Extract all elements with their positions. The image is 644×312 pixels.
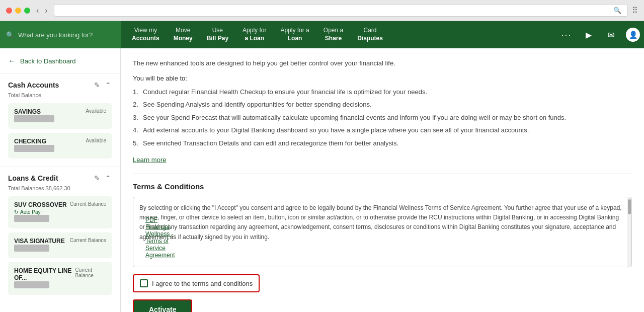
checking-label: CHECKING — [14, 138, 46, 145]
visa-loan-item[interactable]: VISA SIGNATURE Current Balance — [8, 232, 112, 258]
nav-accounts-top: View my — [134, 27, 157, 35]
list-item: See Spending Analysis and identify oppor… — [133, 100, 632, 110]
nav-billpay-bottom: Bill Pay — [207, 35, 228, 43]
suv-autopay: ↻ Auto Pay — [14, 209, 106, 215]
cash-section-title: Cash Accounts — [8, 81, 59, 89]
nav-loan1-top: Apply for — [243, 27, 266, 35]
search-icon: 🔍 — [6, 31, 14, 39]
search-box[interactable]: 🔍 — [0, 21, 121, 48]
sidebar: ← Back to Dashboard Cash Accounts ✎ ⌃ To… — [0, 48, 121, 312]
app-header: 🔍 View my Accounts Move Money Use Bill P… — [0, 21, 644, 48]
checking-card-header: CHECKING Available — [14, 138, 106, 145]
nav-billpay-top: Use — [212, 27, 223, 35]
nav-money-bottom: Money — [174, 35, 193, 43]
savings-card-header: SAVINGS Available — [14, 108, 106, 115]
nav-loan2-top: Apply for a — [280, 27, 309, 35]
nav-item-loan1[interactable]: Apply for a Loan — [235, 21, 273, 48]
browser-chrome: ‹ › 🔍 ⠿ — [0, 0, 644, 21]
nav-accounts-bottom: Accounts — [132, 35, 159, 43]
mail-icon: ✉ — [608, 30, 614, 40]
cash-section-actions: ✎ ⌃ — [93, 80, 112, 90]
heloc-balance-label: Current Balance — [75, 267, 106, 281]
user-button[interactable]: 👤 — [622, 21, 644, 48]
nav-money-top: Move — [176, 27, 190, 35]
nav-item-accounts[interactable]: View my Accounts — [125, 21, 167, 48]
autopay-label: Auto Pay — [20, 209, 41, 215]
traffic-light-red[interactable] — [6, 8, 12, 14]
browser-back-button[interactable]: ‹ — [34, 5, 41, 16]
nav-item-share[interactable]: Open a Share — [316, 21, 350, 48]
terms-pdf-link[interactable]: PDF Financial Wellness - Terms of Servic… — [145, 216, 175, 259]
autopay-icon: ↻ — [14, 209, 18, 215]
header-actions: ··· ▶ ✉ 👤 — [555, 21, 644, 48]
learn-more-link[interactable]: Learn more — [133, 156, 166, 164]
search-input[interactable] — [18, 31, 115, 39]
back-to-dashboard-button[interactable]: ← Back to Dashboard — [0, 48, 120, 74]
savings-balance — [14, 115, 54, 122]
savings-available-label: Available — [86, 108, 106, 114]
terms-scrollbar[interactable] — [627, 197, 631, 267]
visa-label: VISA SIGNATURE — [14, 238, 65, 245]
checking-account-card[interactable]: CHECKING Available — [8, 133, 112, 159]
cash-collapse-button[interactable]: ⌃ — [104, 80, 112, 90]
chat-button[interactable]: ▶ — [578, 21, 600, 48]
loans-total-label: Total Balances $8,662.30 — [8, 185, 112, 191]
activate-button[interactable]: Activate — [133, 299, 192, 312]
agree-checkbox[interactable] — [140, 279, 148, 287]
suv-balance — [14, 215, 49, 222]
visa-balance-label: Current Balance — [70, 238, 106, 245]
heloc-loan-item[interactable]: HOME EQUITY LINE OF... Current Balance — [8, 262, 112, 295]
benefit-list: Conduct regular Financial Health Checkup… — [133, 87, 632, 148]
agree-label: I agree to the terms and conditions — [152, 280, 253, 287]
savings-label: SAVINGS — [14, 108, 41, 115]
visa-loan-header: VISA SIGNATURE Current Balance — [14, 238, 106, 245]
suv-label: SUV CROSSOVER — [14, 201, 67, 208]
browser-forward-button[interactable]: › — [43, 5, 49, 16]
nav-item-money[interactable]: Move Money — [167, 21, 200, 48]
browser-nav-buttons: ‹ › — [34, 5, 50, 16]
main-nav: View my Accounts Move Money Use Bill Pay… — [121, 21, 555, 48]
suv-loan-item[interactable]: SUV CROSSOVER Current Balance ↻ Auto Pay — [8, 196, 112, 228]
loans-edit-button[interactable]: ✎ — [93, 173, 101, 183]
intro-text: The new enhanced tools are designed to h… — [133, 58, 632, 68]
nav-share-bottom: Share — [325, 35, 342, 43]
list-item: Add external accounts to your Digital Ba… — [133, 125, 632, 135]
list-item: Conduct regular Financial Health Checkup… — [133, 87, 632, 97]
nav-item-billpay[interactable]: Use Bill Pay — [200, 21, 235, 48]
heloc-label: HOME EQUITY LINE OF... — [14, 267, 75, 281]
terms-box[interactable]: By selecting or clicking the "I Accept" … — [133, 197, 632, 267]
checking-balance — [14, 145, 54, 152]
address-bar[interactable]: 🔍 — [54, 4, 628, 17]
chat-icon: ▶ — [586, 30, 592, 40]
address-input[interactable] — [60, 7, 613, 14]
mail-button[interactable]: ✉ — [600, 21, 622, 48]
visa-balance — [14, 245, 49, 252]
nav-item-loan2[interactable]: Apply for a Loan — [273, 21, 316, 48]
suv-loan-header: SUV CROSSOVER Current Balance — [14, 201, 106, 208]
cash-section-header: Cash Accounts ✎ ⌃ — [8, 80, 112, 90]
traffic-light-yellow[interactable] — [15, 8, 21, 14]
nav-share-top: Open a — [324, 27, 343, 35]
traffic-light-green[interactable] — [24, 8, 30, 14]
savings-account-card[interactable]: SAVINGS Available — [8, 103, 112, 129]
section-divider — [133, 174, 632, 174]
loans-section-actions: ✎ ⌃ — [93, 173, 112, 183]
heloc-loan-header: HOME EQUITY LINE OF... Current Balance — [14, 267, 106, 281]
nav-disputes-bottom: Disputes — [357, 35, 383, 43]
user-icon: 👤 — [626, 28, 640, 42]
loans-collapse-button[interactable]: ⌃ — [104, 173, 112, 183]
nav-disputes-top: Card — [364, 27, 377, 35]
cash-edit-button[interactable]: ✎ — [93, 80, 101, 90]
you-will-label: You will be able to: — [133, 74, 632, 82]
heloc-balance — [14, 281, 49, 288]
terms-scrollbar-thumb — [628, 199, 631, 214]
suv-balance-label: Current Balance — [70, 201, 106, 208]
back-arrow-icon: ← — [8, 56, 16, 65]
list-item: See your Spend Forecast that will automa… — [133, 113, 632, 123]
loans-section-header: Loans & Credit ✎ ⌃ — [8, 173, 112, 183]
more-options-button[interactable]: ··· — [555, 21, 578, 48]
nav-loan1-bottom: a Loan — [245, 35, 264, 43]
terms-text: By selecting or clicking the "I Accept" … — [139, 203, 625, 242]
address-search-icon: 🔍 — [613, 7, 621, 14]
nav-item-disputes[interactable]: Card Disputes — [350, 21, 390, 48]
